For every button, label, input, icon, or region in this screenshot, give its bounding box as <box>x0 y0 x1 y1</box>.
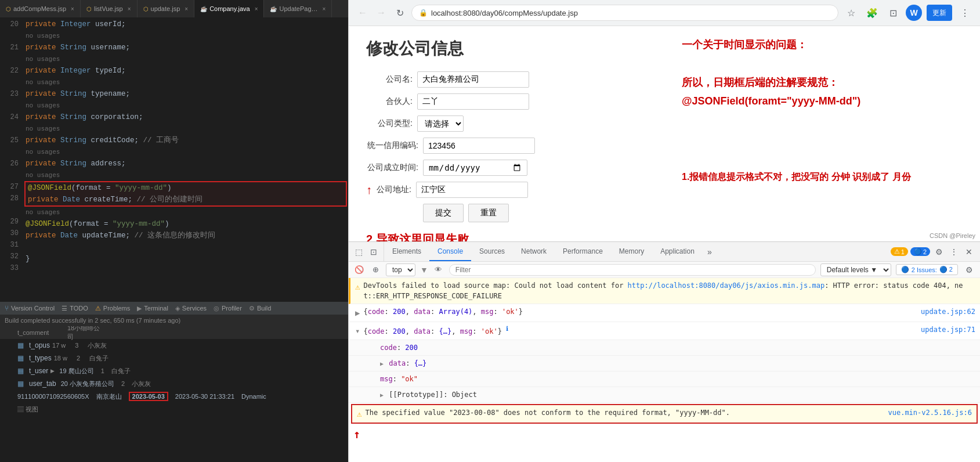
db-row-types[interactable]: ▦ t_types 18 w 2 白兔子 <box>0 352 348 364</box>
page-content: 修改公司信息 公司名: 合伙人: 公司类型: 请选择 <box>349 26 980 241</box>
console-settings-button[interactable]: ⚙ <box>963 264 975 276</box>
ide-tab-company[interactable]: ☕ Company.java × <box>194 0 264 17</box>
expand-arrow-icon[interactable]: ▶ <box>355 307 360 319</box>
expand-icon[interactable]: ▶ <box>380 360 384 367</box>
code-line-27: @JSONField(format = "yyyy-mm-dd") <box>26 182 346 194</box>
devtools-more-tabs[interactable]: » <box>703 242 717 261</box>
issues-button[interactable]: 🔵 2 Issues: 🔵 2 <box>896 264 958 275</box>
terminal-item[interactable]: ▶ Terminal <box>137 305 168 312</box>
ide-tab-updatepag[interactable]: ☕ UpdatePag… × <box>264 0 332 17</box>
reset-button[interactable]: 重置 <box>468 204 509 222</box>
forward-button[interactable]: → <box>374 6 388 20</box>
version-control-item[interactable]: ⑂ Version Control <box>5 304 55 312</box>
dynamic-label: Dynamic <box>241 393 266 400</box>
company-name-input[interactable] <box>417 71 529 88</box>
msg-source-3[interactable]: vue.min-v2.5.16.js:6 <box>888 407 972 418</box>
db-header: t_comment 18小细啼公司 <box>0 326 348 339</box>
devtools-tab-elements[interactable]: Elements <box>384 242 429 261</box>
terminal-icon: ▶ <box>137 305 142 312</box>
close-icon[interactable]: × <box>323 6 326 12</box>
msg-source-1[interactable]: update.jsp:62 <box>921 306 975 317</box>
default-levels-select[interactable]: Default levels ▼ <box>820 264 891 276</box>
ide-tab-listvue[interactable]: ⬡ listVue.jsp × <box>81 0 138 17</box>
address-input[interactable] <box>416 182 528 198</box>
devtools-settings-button[interactable]: ⚙ <box>932 246 945 258</box>
tab-label-sources: Sources <box>479 247 505 255</box>
col3: 3 <box>75 342 78 349</box>
eye-button[interactable]: 👁 <box>433 264 444 276</box>
update-button[interactable]: 更新 <box>927 5 952 21</box>
main-page: 修改公司信息 公司名: 合伙人: 公司类型: 请选择 <box>349 26 670 241</box>
devtools-more-button[interactable]: ⋮ <box>948 246 960 258</box>
refresh-button[interactable]: ↻ <box>393 6 407 20</box>
date-input[interactable] <box>423 160 527 176</box>
console-toolbar: 🚫 ⊕ top ▼ 👁 Default levels ▼ 🔵 2 Issues:… <box>349 262 980 278</box>
axios-map-link[interactable]: http://localhost:8080/day06/js/axios.min… <box>628 281 825 290</box>
hidden-text: ▤ 视图 <box>17 405 38 414</box>
close-icon[interactable]: × <box>71 6 74 12</box>
close-icon[interactable]: × <box>255 6 258 12</box>
expand-icon-2[interactable]: ▶ <box>380 392 384 398</box>
devtools-panel: ⬚ ⊡ Elements Console Sources Network Per… <box>349 241 980 462</box>
code-line-24: private String corporation; <box>23 111 348 123</box>
expand-arrow-icon-2[interactable]: ▾ <box>355 325 360 337</box>
form-row-buttons: 提交 重置 <box>366 204 653 222</box>
devtools-tab-application[interactable]: Application <box>652 242 703 261</box>
field-label-company-name: 公司名: <box>366 74 413 85</box>
puzzle-icon[interactable]: ⊡ <box>885 5 901 21</box>
profiler-label: Profiler <box>222 305 242 312</box>
inspect-element-button[interactable]: ⬚ <box>352 246 365 258</box>
code-line-25: private String creditCode; // 工商号 <box>23 135 348 146</box>
partner-input[interactable] <box>417 93 529 110</box>
msg-text-3: {code: 200, data: {…}, msg: 'ok'} ℹ <box>363 324 917 337</box>
devtools-tab-network[interactable]: Network <box>513 242 555 261</box>
devtools-tab-sources[interactable]: Sources <box>471 242 513 261</box>
filter-toggle-button[interactable]: ⊕ <box>370 264 381 276</box>
problems-item[interactable]: ⚠ Problems <box>95 305 130 312</box>
url-text: localhost:8080/day06/compMess/update.jsp <box>431 9 578 17</box>
profiler-item[interactable]: ◎ Profiler <box>214 305 242 312</box>
code-line-no-usages-1: no usages <box>23 30 348 42</box>
close-icon[interactable]: × <box>185 6 188 12</box>
services-item[interactable]: ◈ Services <box>175 305 207 312</box>
msg-source-2[interactable]: update.jsp:71 <box>921 324 975 335</box>
console-filter-input[interactable] <box>449 264 816 276</box>
annotation-2: 2.导致这里回显失败 <box>366 232 653 241</box>
build-item[interactable]: ⚙ Build <box>249 305 271 312</box>
device-mode-button[interactable]: ⊡ <box>367 246 380 258</box>
db-row-opus[interactable]: ▦ t_opus 17 w 3 小灰灰 <box>0 339 348 352</box>
menu-icon[interactable]: ⋮ <box>957 5 973 21</box>
version-control-label: Version Control <box>11 305 55 312</box>
db-row-usertab[interactable]: ▦ user_tab 20 小灰兔养殖公司 2 小灰灰 <box>0 377 348 390</box>
devtools-tab-performance[interactable]: Performance <box>555 242 611 261</box>
submit-button[interactable]: 提交 <box>423 204 464 222</box>
avatar[interactable]: W <box>906 5 922 21</box>
code-line-29: @JSONField(format = "yyyy-mm-dd") <box>23 218 348 230</box>
company-form: 公司名: 合伙人: 公司类型: 请选择 统一信用编码: <box>366 71 653 222</box>
warn-icon-2: ⚠ <box>357 408 361 420</box>
ide-tab-addcompmess[interactable]: ⬡ addCompMess.jsp × <box>0 0 81 17</box>
code-line-no-usages-3: no usages <box>23 77 348 88</box>
clear-console-button[interactable]: 🚫 <box>353 264 365 276</box>
close-icon[interactable]: × <box>128 6 131 12</box>
jsp-icon: ⬡ <box>6 6 11 12</box>
right-annotation-panel: 一个关于时间显示的问题： 所以，日期框后端的注解要规范： @JSONField(… <box>670 26 980 241</box>
company-type-select[interactable]: 请选择 <box>417 116 464 132</box>
bookmark-icon[interactable]: ☆ <box>843 5 859 21</box>
table-icon: ▦ <box>17 367 27 375</box>
ide-tab-update[interactable]: ⬡ update.jsp × <box>138 0 195 17</box>
issues-icon: 🔵 <box>901 266 909 273</box>
devtools-tab-console[interactable]: Console <box>429 242 471 261</box>
devtools-close-button[interactable]: ✕ <box>963 246 975 258</box>
context-selector[interactable]: top <box>386 264 415 276</box>
db-row-user[interactable]: ▦ t_user ▶ 19 爬山公司 1 白兔子 <box>0 364 348 377</box>
extensions-icon[interactable]: 🧩 <box>864 5 880 21</box>
console-msg-info-2: ▾ {code: 200, data: {…}, msg: 'ok'} ℹ up… <box>349 322 980 340</box>
tab-label-application: Application <box>660 247 695 255</box>
field-label-type: 公司类型: <box>366 118 413 129</box>
back-button[interactable]: ← <box>356 6 370 20</box>
todo-item[interactable]: ☰ TODO <box>62 305 88 312</box>
credit-code-input[interactable] <box>423 138 535 154</box>
devtools-tab-memory[interactable]: Memory <box>611 242 652 261</box>
console-msg-expanded-2: ▶ data: {…} <box>349 356 980 371</box>
